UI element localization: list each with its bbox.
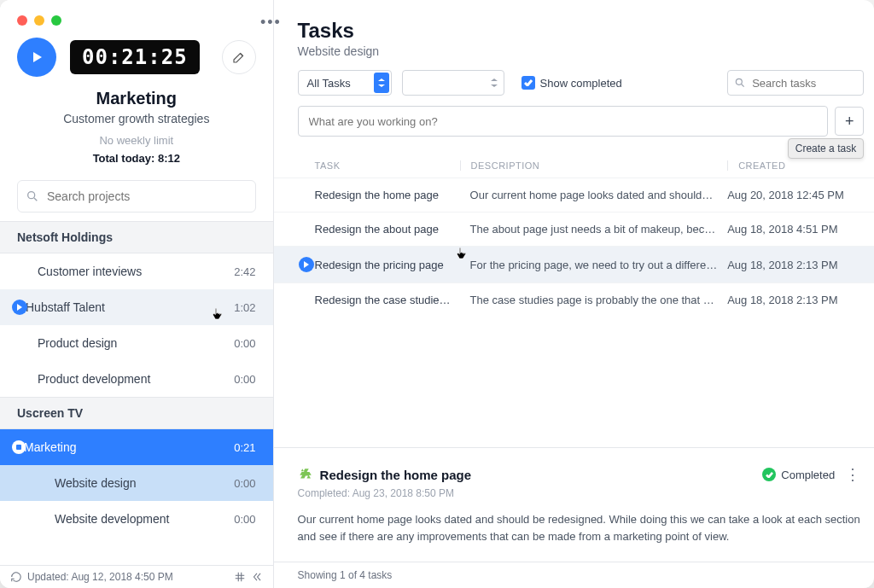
svg-point-0: [28, 192, 35, 199]
filter-tasks-select[interactable]: All Tasks: [298, 70, 392, 96]
project-name: Website design: [17, 476, 234, 490]
more-menu-icon[interactable]: •••: [260, 14, 282, 32]
task-created: Aug 20, 2018 12:45 PM: [727, 189, 864, 201]
project-time: 0:00: [234, 337, 255, 350]
col-desc: DESCRIPTION: [460, 160, 728, 171]
project-time: 0:00: [234, 477, 255, 490]
task-count-footer: Showing 1 of 4 tasks: [274, 562, 874, 588]
minimize-window[interactable]: [34, 15, 44, 26]
project-time: 1:02: [234, 301, 255, 314]
task-search-input[interactable]: [727, 70, 864, 96]
completed-badge: Completed: [762, 468, 835, 481]
zoom-window[interactable]: [51, 15, 61, 26]
task-created: Aug 18, 2018 2:13 PM: [727, 259, 864, 271]
refresh-icon[interactable]: [10, 571, 22, 583]
last-updated: Updated: Aug 12, 2018 4:50 PM: [27, 571, 173, 583]
task-created: Aug 18, 2018 2:13 PM: [727, 294, 864, 306]
task-search: [727, 70, 864, 96]
task-row[interactable]: Redesign the case studies pa…The case st…: [274, 282, 874, 317]
col-task: TASK: [298, 160, 460, 171]
filter-secondary-select[interactable]: [402, 70, 504, 96]
project-list: Netsoft HoldingsCustomer inteviews2:42Hu…: [0, 221, 273, 565]
task-detail-panel: Redesign the home page Completed ⋮ Compl…: [274, 447, 874, 562]
project-row[interactable]: Hubstaff Talent1:02: [0, 289, 273, 325]
project-row[interactable]: Website development0:00: [0, 501, 273, 537]
close-window[interactable]: [17, 15, 27, 26]
completed-label: Completed: [781, 469, 835, 481]
project-name: Product design: [17, 336, 234, 350]
project-row[interactable]: Marketing0:21: [0, 429, 273, 465]
project-row[interactable]: Product design0:00: [0, 325, 273, 361]
edit-note-button[interactable]: [222, 40, 256, 74]
collapse-icon[interactable]: [234, 571, 246, 583]
show-completed-label: Show completed: [540, 77, 622, 90]
new-task-input[interactable]: [298, 106, 829, 137]
project-name: Customer inteviews: [17, 265, 234, 278]
task-play-icon[interactable]: [298, 257, 315, 272]
task-created: Aug 18, 2018 4:51 PM: [727, 223, 864, 236]
task-name: Redesign the case studies pa…: [315, 294, 460, 306]
task-row[interactable]: Redesign the pricing pageFor the pricing…: [274, 246, 874, 282]
svg-point-1: [736, 79, 742, 84]
timer-display: 00:21:25: [70, 40, 200, 74]
play-icon: [12, 300, 27, 315]
window-controls: [17, 15, 61, 26]
project-row[interactable]: Customer inteviews2:42: [0, 253, 273, 289]
check-circle-icon: [762, 468, 776, 481]
search-icon: [26, 189, 39, 203]
chevron-updown-icon: [487, 73, 502, 93]
active-project-name: Marketing: [17, 89, 256, 108]
sidebar: 00:21:25 Marketing Customer growth strat…: [0, 0, 274, 588]
project-name: Product development: [17, 372, 234, 386]
task-desc: The case studies page is probably the on…: [460, 294, 728, 306]
filter-tasks-value: All Tasks: [307, 77, 351, 90]
page-subtitle: Website design: [298, 44, 865, 58]
checkbox-checked-icon: [521, 76, 535, 90]
project-row[interactable]: Product development0:00: [0, 361, 273, 397]
project-name: Hubstaff Talent: [17, 300, 234, 314]
project-row[interactable]: Website design0:00: [0, 465, 273, 501]
sidebar-statusbar: Updated: Aug 12, 2018 4:50 PM: [0, 565, 273, 588]
detail-completed-at: Completed: Aug 23, 2018 8:50 PM: [298, 487, 865, 499]
project-group-header: Netsoft Holdings: [0, 221, 273, 253]
project-time: 0:00: [234, 513, 255, 526]
task-table-body: Redesign the home pageOur current home p…: [274, 178, 874, 317]
search-icon: [734, 77, 746, 89]
show-completed-checkbox[interactable]: Show completed: [521, 76, 622, 90]
detail-body: Our current home page looks dated and sh…: [298, 511, 865, 544]
recycle-icon: [298, 467, 313, 482]
task-row[interactable]: Redesign the about pageThe about page ju…: [274, 212, 874, 246]
create-task-button[interactable]: +: [835, 107, 864, 136]
task-desc: Our current home page looks dated and sh…: [460, 189, 728, 201]
project-name: Website development: [17, 512, 234, 526]
chevron-left-double-icon[interactable]: [251, 571, 263, 583]
stop-icon: [12, 440, 26, 454]
col-created: CREATED: [727, 160, 864, 171]
chevron-down-icon: [374, 73, 389, 93]
timer-play-button[interactable]: [17, 38, 56, 77]
task-name: Redesign the home page: [315, 189, 460, 201]
app-window: ••• 00:21:25 Marketing Customer growth s…: [0, 0, 874, 588]
weekly-limit: No weekly limit: [17, 134, 256, 147]
detail-title: Redesign the home page: [320, 468, 756, 482]
project-search-input[interactable]: [17, 180, 256, 212]
total-today: Total today: 8:12: [17, 152, 256, 165]
project-time: 2:42: [234, 265, 255, 278]
task-name: Redesign the pricing page: [315, 259, 460, 271]
task-row[interactable]: Redesign the home pageOur current home p…: [274, 178, 874, 212]
project-search: [17, 180, 256, 212]
create-task-tooltip: Create a task: [788, 138, 864, 159]
project-time: 0:21: [234, 441, 255, 454]
task-desc: For the pricing page, we need to try out…: [460, 259, 728, 271]
project-time: 0:00: [234, 373, 255, 386]
main-panel: Tasks Website design All Tasks Show comp…: [274, 0, 874, 588]
task-table-header: TASK DESCRIPTION CREATED: [274, 145, 874, 178]
project-group-header: Uscreen TV: [0, 397, 273, 429]
project-name: Marketing: [15, 440, 234, 454]
page-title: Tasks: [298, 19, 865, 43]
task-name: Redesign the about page: [315, 223, 460, 236]
task-desc: The about page just needs a bit of makeu…: [460, 223, 728, 236]
detail-more-icon[interactable]: ⋮: [842, 465, 864, 484]
active-project-sub: Customer growth strategies: [17, 112, 256, 125]
